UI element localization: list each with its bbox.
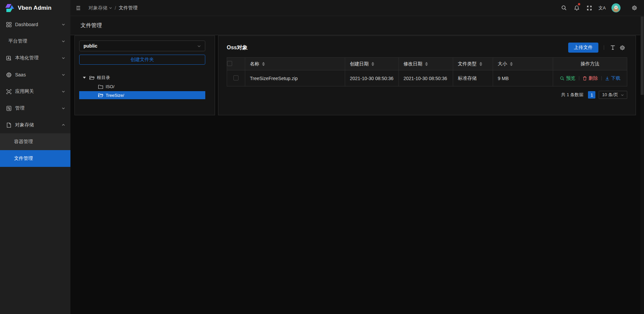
sidebar-item-platform[interactable]: 平台管理 [0, 33, 70, 50]
settings-gear-icon[interactable] [628, 0, 641, 16]
action-label: 预览 [566, 75, 576, 81]
sidebar-item-file-management[interactable]: 文件管理 [0, 150, 70, 167]
oss-table: 名称 创建日期 修改日期 文件类型 [227, 57, 627, 86]
folder-open-icon [98, 93, 103, 98]
scrollbar-thumb[interactable] [641, 16, 644, 95]
locale-icon[interactable]: 文A [596, 0, 608, 16]
sort-icon[interactable] [479, 62, 482, 66]
bucket-select[interactable]: public [79, 41, 205, 51]
column-header-actions: 操作方法 [553, 58, 627, 70]
chevron-down-icon [197, 44, 201, 48]
row-height-icon[interactable] [608, 45, 618, 50]
sliders-icon [6, 106, 12, 111]
sidebar-item-label: 平台管理 [8, 38, 27, 44]
select-all-checkbox[interactable] [227, 61, 232, 66]
oss-toolbar: 上传文件 [568, 43, 627, 53]
sidebar-item-saas[interactable]: Saas [0, 66, 70, 83]
sort-icon[interactable] [425, 62, 428, 66]
row-checkbox[interactable] [233, 75, 238, 80]
column-label: 名称 [250, 61, 259, 67]
file-icon [6, 122, 12, 128]
pagination-page-size-select[interactable]: 10 条/页 [599, 91, 627, 99]
oss-panel: Oss对象 上传文件 [218, 36, 636, 115]
chevron-down-icon [109, 6, 112, 9]
column-header-filetype[interactable]: 文件类型 [453, 58, 493, 70]
row-actions: 预览 删除 [553, 75, 627, 81]
notification-badge-dot [578, 3, 580, 5]
sidebar-item-label: 文件管理 [14, 155, 33, 162]
top-header: 对象存储 / 文件管理 文A [70, 0, 644, 16]
column-header-modified[interactable]: 修改日期 [399, 58, 453, 70]
sidebar-item-label: 容器管理 [14, 139, 33, 145]
create-folder-button[interactable]: 创建文件夹 [79, 55, 205, 65]
table-row: TreeSizeFreeSetup.zip 2021-10-30 08:50:3… [227, 70, 627, 86]
tree-item-label: ISO/ [106, 84, 114, 89]
app-logo[interactable]: Vben Admin [0, 0, 70, 16]
caret-down-icon[interactable] [83, 76, 86, 79]
sidebar-item-label: 对象存储 [15, 122, 34, 128]
tree-item-treesize[interactable]: TreeSize/ [79, 91, 205, 99]
oss-panel-title: Oss对象 [227, 44, 248, 51]
locale-icon-text: 文A [598, 5, 606, 11]
breadcrumb: 对象存储 / 文件管理 [89, 5, 138, 11]
localization-icon [6, 55, 12, 61]
chevron-down-icon [62, 90, 65, 93]
chevron-up-icon [62, 123, 65, 127]
download-action[interactable]: 下载 [605, 75, 621, 81]
cell-name: TreeSizeFreeSetup.zip [245, 70, 345, 86]
cell-modified: 2021-10-30 08:50:36 [399, 70, 453, 86]
sort-icon[interactable] [510, 62, 513, 66]
breadcrumb-parent-label: 对象存储 [89, 5, 107, 11]
pagination-page-1[interactable]: 1 [588, 91, 595, 99]
action-divider [579, 76, 579, 80]
tree-item-iso[interactable]: ISO/ [79, 82, 205, 91]
sidebar-item-container-management[interactable]: 容器管理 [0, 133, 70, 150]
bucket-panel: public 创建文件夹 根目录 ISO/ [74, 36, 215, 115]
tree-item-label: 根目录 [97, 75, 110, 81]
upload-file-button[interactable]: 上传文件 [568, 43, 598, 53]
delete-action[interactable]: 删除 [583, 75, 598, 81]
gateway-icon [6, 89, 12, 95]
menu-fold-icon[interactable] [75, 5, 81, 11]
column-label: 操作方法 [581, 61, 599, 67]
table-header-row: 名称 创建日期 修改日期 文件类型 [227, 58, 627, 70]
tree-item-root[interactable]: 根目录 [79, 73, 205, 82]
column-label: 创建日期 [350, 61, 369, 67]
breadcrumb-parent[interactable]: 对象存储 [89, 5, 112, 11]
cell-size: 9 MB [493, 70, 553, 86]
sidebar: Vben Admin Dashboard 平台管理 本地化管理 [0, 0, 70, 314]
pagination-page-size-value: 10 条/页 [602, 92, 618, 98]
sidebar-item-management[interactable]: 管理 [0, 100, 70, 117]
column-label: 大小 [498, 61, 507, 67]
column-header-created[interactable]: 创建日期 [345, 58, 399, 70]
search-icon[interactable] [557, 0, 570, 16]
sidebar-item-label: Dashboard [15, 22, 38, 27]
page-title: 文件管理 [80, 22, 102, 29]
sort-icon[interactable] [371, 62, 374, 66]
column-label: 文件类型 [458, 61, 477, 67]
sidebar-item-object-storage[interactable]: 对象存储 [0, 117, 70, 133]
fullscreen-icon[interactable] [583, 0, 596, 16]
column-header-name[interactable]: 名称 [245, 58, 345, 70]
tree-item-label: TreeSize/ [106, 93, 124, 98]
notification-bell-icon[interactable] [570, 0, 583, 16]
cell-filetype: 标准存储 [453, 70, 493, 86]
preview-action[interactable]: 预览 [560, 75, 576, 81]
folder-closed-icon [98, 84, 103, 89]
sort-icon[interactable] [262, 62, 265, 66]
column-header-size[interactable]: 大小 [493, 58, 553, 70]
action-divider [601, 76, 602, 80]
page-header: 文件管理 [70, 16, 644, 35]
chevron-down-icon [62, 107, 65, 110]
chevron-down-icon [62, 40, 65, 43]
folder-open-icon [89, 75, 95, 80]
scrollbar-track [640, 16, 644, 314]
chevron-down-icon [62, 73, 65, 76]
sidebar-item-label: 本地化管理 [15, 55, 39, 61]
table-settings-gear-icon[interactable] [618, 45, 627, 51]
bucket-select-value: public [84, 43, 97, 49]
sidebar-item-dashboard[interactable]: Dashboard [0, 16, 70, 33]
sidebar-item-localization[interactable]: 本地化管理 [0, 50, 70, 66]
sidebar-item-gateway[interactable]: 应用网关 [0, 83, 70, 100]
user-avatar[interactable] [608, 0, 623, 16]
